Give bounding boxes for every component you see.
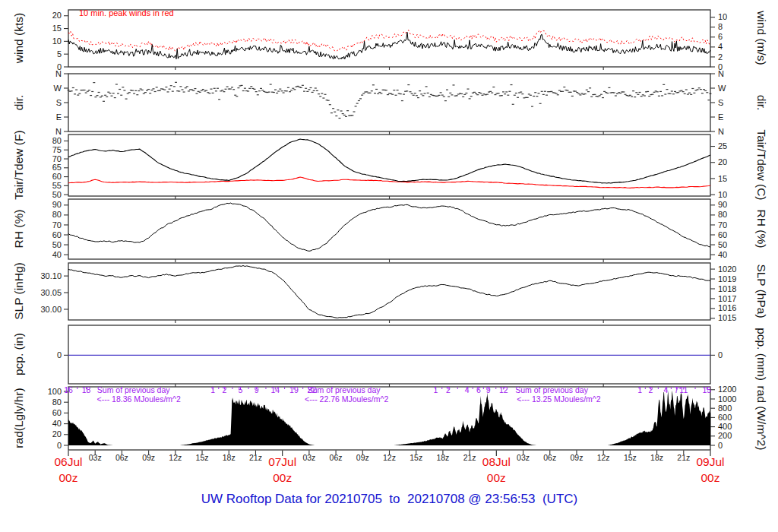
rad-sum-annotation-line2: <--- 18.36 MJoules/m^2 <box>97 394 181 404</box>
dir-scatter-mark <box>527 97 529 98</box>
dir-scatter-mark <box>443 96 445 97</box>
dir-scatter-mark <box>530 95 532 96</box>
dir-scatter-mark <box>453 84 455 85</box>
dir-scatter-mark <box>476 94 479 95</box>
dir-scatter-mark <box>616 93 618 94</box>
dir-scatter-mark <box>358 100 360 101</box>
dir-scatter-mark <box>637 94 639 95</box>
dir-scatter-mark <box>438 95 441 96</box>
dir-scatter-mark <box>300 87 302 88</box>
dir-scatter-mark <box>520 91 522 92</box>
rad-cumulative-label: 2 <box>648 385 653 394</box>
dir-scatter-mark <box>470 96 473 97</box>
dir-scatter-mark <box>427 93 429 93</box>
dir-scatter-mark <box>254 89 256 90</box>
dir-scatter-mark <box>213 88 216 89</box>
slp-left-axis-title: SLP (inHg) <box>12 262 26 320</box>
temp-ytick-label-left: 80 <box>52 136 62 145</box>
wind-ytick-label-right: 8 <box>718 22 723 31</box>
rad-ytick-label-right: 1000 <box>718 394 736 404</box>
dir-scatter-mark <box>215 90 217 91</box>
dir-scatter-mark <box>664 93 666 94</box>
dir-scatter-mark <box>406 90 408 91</box>
dir-scatter-mark <box>140 88 142 89</box>
slp-ytick-label-right: 1018 <box>718 284 736 293</box>
dir-scatter-mark <box>420 93 422 94</box>
dir-scatter-mark <box>619 93 621 93</box>
dir-scatter-mark <box>232 89 235 90</box>
dir-scatter-mark <box>534 92 536 93</box>
dir-ytick-label-right: N <box>718 127 724 136</box>
wind-right-axis-title: wind (m/s) <box>754 11 768 65</box>
dir-scatter-mark <box>332 108 334 109</box>
dir-scatter-mark <box>571 96 574 97</box>
dir-scatter-mark <box>257 94 259 95</box>
x-hour-label: 06z <box>115 453 128 462</box>
wind-ytick-label-left: 5 <box>57 49 62 59</box>
dir-scatter-mark <box>659 91 662 92</box>
rh-series <box>68 203 710 251</box>
dir-scatter-mark <box>154 91 157 92</box>
temp-panel-border <box>68 135 710 196</box>
dir-scatter-mark <box>419 90 421 91</box>
dir-scatter-mark <box>329 104 331 105</box>
dir-scatter-mark <box>250 86 252 87</box>
dir-scatter-mark <box>345 116 347 117</box>
dir-scatter-mark <box>640 96 643 97</box>
dir-scatter-mark <box>324 94 327 95</box>
x-hour-label: 18z <box>223 453 236 462</box>
rad-cumulative-label: 5 <box>239 385 243 394</box>
dir-scatter-mark <box>136 94 138 95</box>
dir-scatter-mark <box>277 90 280 91</box>
dir-scatter-mark <box>122 87 124 87</box>
temp-left-axis-title: Tair/Tdew (F) <box>12 130 26 199</box>
dir-scatter-mark <box>221 90 223 90</box>
temp-ytick-label-left: 50 <box>52 190 62 199</box>
dir-scatter-mark <box>231 87 233 87</box>
rh-ytick-label-left: 60 <box>52 230 62 239</box>
dir-scatter-mark <box>202 89 204 90</box>
dir-scatter-mark <box>167 91 169 92</box>
rad-sum-annotation-line1: Sum of previous day <box>515 385 588 394</box>
dir-scatter-mark <box>351 115 353 116</box>
dir-scatter-mark <box>260 88 262 89</box>
dir-scatter-mark <box>533 96 535 97</box>
dir-scatter-mark <box>456 95 458 96</box>
dir-scatter-mark <box>225 89 227 90</box>
x-hour-label: 03z <box>89 453 102 462</box>
dir-scatter-mark <box>615 95 617 96</box>
dir-ytick-label-left: N <box>55 69 62 78</box>
dir-scatter-mark <box>507 95 509 96</box>
dir-scatter-mark <box>377 93 379 94</box>
dir-scatter-mark <box>544 91 546 92</box>
dir-scatter-mark <box>460 93 463 94</box>
dir-scatter-mark <box>693 93 695 93</box>
dir-scatter-mark <box>441 95 444 96</box>
x-hour-label: 15z <box>196 453 209 462</box>
dir-scatter-mark <box>115 84 118 84</box>
dir-scatter-mark <box>226 86 229 87</box>
x-day-sublabel: 00z <box>273 471 292 484</box>
temp-ytick-label-left: 75 <box>52 145 62 154</box>
dir-scatter-mark <box>75 90 77 90</box>
dir-scatter-mark <box>305 88 307 89</box>
dir-scatter-mark <box>289 91 291 92</box>
dir-scatter-mark <box>127 93 129 93</box>
dir-scatter-mark <box>273 92 275 93</box>
temp-ytick-label-left: 60 <box>52 172 62 181</box>
dir-scatter-mark <box>188 90 190 91</box>
dir-scatter-mark <box>462 97 464 97</box>
dir-scatter-mark <box>248 88 251 89</box>
dir-scatter-mark <box>451 94 453 95</box>
dir-scatter-mark <box>538 93 540 93</box>
dir-scatter-mark <box>111 96 113 97</box>
dir-scatter-mark <box>112 93 115 93</box>
dir-scatter-mark <box>491 93 493 93</box>
dir-scatter-mark <box>400 93 402 94</box>
dir-scatter-mark <box>577 93 580 94</box>
dir-scatter-mark <box>414 93 416 93</box>
rad-cumulative-label: 9 <box>486 385 491 394</box>
x-hour-label: 15z <box>624 453 637 462</box>
dir-scatter-mark <box>186 86 188 87</box>
dir-scatter-mark <box>159 90 161 91</box>
